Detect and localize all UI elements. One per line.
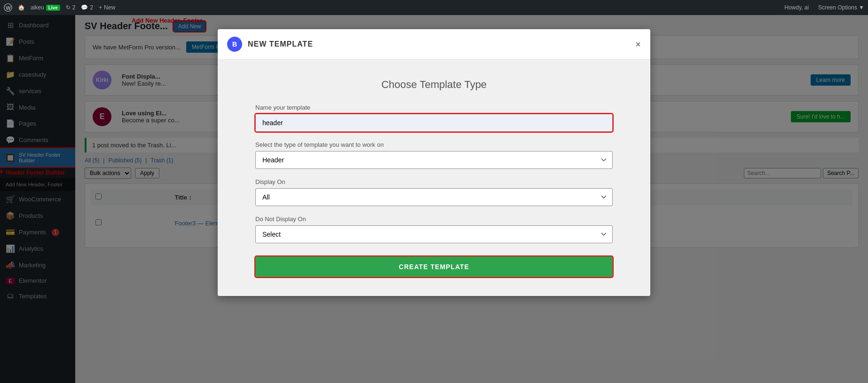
modal-subtitle: Choose Template Type — [255, 79, 613, 91]
site-name[interactable]: aikeu Live — [31, 4, 60, 11]
modal-overlay[interactable]: B NEW TEMPLATE × Choose Template Type Na… — [0, 15, 868, 383]
template-type-select[interactable]: Header Footer Single Archive — [255, 151, 613, 169]
modal-header: B NEW TEMPLATE × — [218, 29, 650, 60]
create-template-button[interactable]: CREATE TEMPLATE — [255, 256, 613, 277]
display-on-group: Display On All Home Page Post — [255, 178, 613, 206]
template-type-label: Select the type of template you want to … — [255, 141, 613, 148]
new-menu[interactable]: + New — [99, 4, 115, 11]
template-name-label: Name your template — [255, 104, 613, 111]
home-icon[interactable]: 🏠 — [18, 4, 25, 11]
template-type-group: Select the type of template you want to … — [255, 141, 613, 169]
modal-body: Choose Template Type Name your template … — [218, 60, 650, 296]
screen-options-btn[interactable]: Screen Options ▼ — [818, 4, 864, 11]
live-badge: Live — [46, 5, 60, 11]
svg-text:W: W — [6, 5, 11, 11]
wp-logo[interactable]: W — [4, 3, 12, 12]
new-template-modal: B NEW TEMPLATE × Choose Template Type Na… — [218, 29, 650, 296]
do-not-display-group: Do Not Display On Select — [255, 215, 613, 243]
template-name-input[interactable] — [255, 114, 613, 132]
template-name-group: Name your template — [255, 104, 613, 132]
updates-icon[interactable]: ↻ 2 — [66, 4, 76, 11]
howdy-text: Howdy, ai — [784, 4, 809, 11]
modal-close-button[interactable]: × — [635, 40, 641, 49]
modal-title: NEW TEMPLATE — [248, 40, 313, 48]
do-not-display-label: Do Not Display On — [255, 215, 613, 223]
display-on-label: Display On — [255, 178, 613, 185]
admin-bar: W 🏠 aikeu Live ↻ 2 💬 2 + New Howdy, ai S… — [0, 0, 868, 15]
display-on-select[interactable]: All Home Page Post — [255, 188, 613, 206]
modal-logo: B — [227, 37, 242, 52]
do-not-display-select[interactable]: Select — [255, 225, 613, 243]
comments-icon[interactable]: 💬 2 — [81, 4, 93, 11]
